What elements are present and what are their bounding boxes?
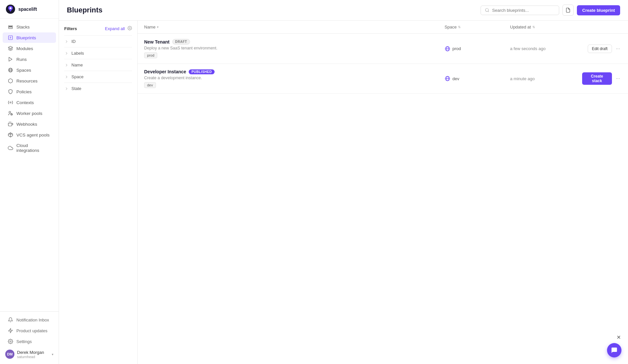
- sidebar-item-spaces[interactable]: Spaces: [3, 65, 56, 75]
- sidebar-item-resources-label: Resources: [16, 79, 38, 83]
- blueprint-name-row: New Tenant DRAFT: [144, 39, 445, 45]
- svg-line-21: [488, 11, 489, 12]
- sidebar-item-resources[interactable]: Resources: [3, 76, 56, 86]
- sidebar-item-vcs-agent-pools[interactable]: VCS agent pools: [3, 130, 56, 140]
- sidebar-bottom: Notification Inbox Product updates Setti…: [0, 311, 59, 364]
- svg-marker-5: [9, 57, 12, 61]
- more-options-button-developer-instance[interactable]: ···: [615, 75, 621, 82]
- sidebar-item-cloud-integrations[interactable]: Cloud integrations: [3, 140, 56, 155]
- worker-pools-icon: [8, 111, 13, 116]
- blueprint-description: Deploy a new SaaS tenant environment.: [144, 46, 445, 50]
- svg-rect-2: [9, 27, 12, 29]
- filter-state-label: State: [71, 86, 132, 91]
- vcs-agent-pools-icon: [8, 132, 13, 137]
- sidebar-item-product-updates[interactable]: Product updates: [3, 325, 56, 336]
- expand-all-button[interactable]: Expand all: [105, 26, 125, 31]
- filter-id-label: ID: [71, 39, 132, 44]
- create-blueprint-button[interactable]: Create blueprint: [577, 5, 620, 15]
- blueprint-space-new-tenant: prod: [445, 46, 510, 52]
- chat-bubble-button[interactable]: [607, 343, 621, 357]
- svg-point-20: [485, 9, 488, 11]
- chevron-right-icon: [64, 86, 69, 91]
- blueprints-icon: [8, 35, 13, 40]
- chevron-right-icon: [64, 39, 69, 44]
- user-name: Derek Morgan: [17, 350, 49, 355]
- svg-point-1: [10, 7, 11, 9]
- space-icon: [445, 76, 450, 82]
- contexts-icon: [8, 100, 13, 105]
- filter-labels-label: Labels: [71, 51, 132, 56]
- svg-point-19: [10, 341, 11, 342]
- sidebar-item-blueprints-label: Blueprints: [16, 35, 36, 40]
- more-options-button-new-tenant[interactable]: ···: [615, 45, 621, 52]
- space-name: prod: [452, 46, 461, 51]
- chat-icon: [611, 347, 618, 354]
- sort-name-icon: ▾: [157, 25, 159, 29]
- sidebar-item-policies[interactable]: Policies: [3, 86, 56, 97]
- user-info: Derek Morgan saturnhead: [17, 350, 49, 359]
- sidebar-item-worker-pools[interactable]: Worker pools: [3, 108, 56, 118]
- sort-updated-icon: ⇅: [532, 25, 535, 29]
- spacelift-logo-icon: [5, 4, 16, 14]
- blueprint-tag: prod: [144, 52, 157, 58]
- blueprint-tag: dev: [144, 82, 156, 88]
- col-header-updated-at[interactable]: Updated at ⇅: [510, 25, 582, 29]
- blueprint-actions-developer-instance: Create stack ···: [582, 72, 621, 85]
- svg-marker-18: [9, 328, 12, 333]
- filter-space-label: Space: [71, 74, 132, 79]
- col-header-space[interactable]: Space ⇅: [445, 25, 510, 29]
- blueprint-info-new-tenant: New Tenant DRAFT Deploy a new SaaS tenan…: [144, 39, 445, 58]
- runs-icon: [8, 57, 13, 62]
- sidebar-item-webhooks-label: Webhooks: [16, 122, 37, 127]
- gear-icon: [127, 26, 132, 30]
- blueprint-description: Create a development instance.: [144, 76, 445, 80]
- search-input[interactable]: [492, 8, 555, 13]
- sidebar-item-blueprints[interactable]: Blueprints: [3, 32, 56, 43]
- filter-settings-icon[interactable]: [127, 26, 132, 31]
- sidebar-item-modules[interactable]: Modules: [3, 43, 56, 54]
- filter-item-id[interactable]: ID: [64, 35, 132, 47]
- user-avatar: DM: [5, 350, 14, 359]
- blueprints-list: Name ▾ Space ⇅ Updated at ⇅ New Tenant: [138, 21, 628, 364]
- close-button[interactable]: ✕: [617, 334, 621, 340]
- filters-header: Filters Expand all: [64, 26, 132, 31]
- sidebar-item-contexts[interactable]: Contexts: [3, 97, 56, 108]
- filter-item-name[interactable]: Name: [64, 59, 132, 71]
- edit-draft-button[interactable]: Edit draft: [588, 45, 612, 53]
- sidebar-item-modules-label: Modules: [16, 46, 33, 51]
- sidebar-item-notification-inbox-label: Notification Inbox: [16, 318, 49, 322]
- blueprint-updated-at-new-tenant: a few seconds ago: [510, 46, 582, 51]
- sidebar-item-runs[interactable]: Runs: [3, 54, 56, 64]
- page-title: Blueprints: [67, 6, 103, 14]
- sidebar-item-webhooks[interactable]: Webhooks: [3, 119, 56, 129]
- product-updates-icon: [8, 328, 13, 333]
- create-stack-button[interactable]: Create stack: [582, 72, 612, 85]
- col-header-name[interactable]: Name ▾: [144, 25, 445, 29]
- notification-inbox-icon: [8, 317, 13, 322]
- document-icon-button[interactable]: [562, 5, 574, 16]
- filter-item-state[interactable]: State: [64, 82, 132, 94]
- blueprint-badge-draft: DRAFT: [172, 39, 190, 45]
- sidebar-item-stacks[interactable]: Stacks: [3, 22, 56, 32]
- user-profile[interactable]: DM Derek Morgan saturnhead ▾: [0, 347, 59, 361]
- filter-item-space[interactable]: Space: [64, 71, 132, 82]
- blueprint-name: New Tenant: [144, 39, 170, 45]
- sidebar-item-notification-inbox[interactable]: Notification Inbox: [3, 315, 56, 325]
- table-header: Name ▾ Space ⇅ Updated at ⇅: [138, 21, 628, 34]
- blueprint-updated-at-developer-instance: a minute ago: [510, 76, 582, 81]
- space-icon: [445, 46, 450, 52]
- filters-title: Filters: [64, 26, 77, 31]
- policies-icon: [8, 89, 13, 94]
- sidebar-item-stacks-label: Stacks: [16, 25, 30, 29]
- chevron-right-icon: [64, 63, 69, 67]
- sidebar-item-settings[interactable]: Settings: [3, 336, 56, 347]
- sidebar-item-contexts-label: Contexts: [16, 100, 34, 105]
- svg-point-9: [10, 102, 11, 103]
- blueprint-actions-new-tenant: Edit draft ···: [582, 45, 621, 53]
- logo-text: spacelift: [18, 7, 37, 12]
- cloud-integrations-icon: [8, 145, 13, 151]
- header: Blueprints Create blueprint: [59, 0, 628, 21]
- blueprint-badge-published: PUBLISHED: [189, 69, 214, 74]
- filter-item-labels[interactable]: Labels: [64, 47, 132, 59]
- document-icon: [565, 8, 571, 13]
